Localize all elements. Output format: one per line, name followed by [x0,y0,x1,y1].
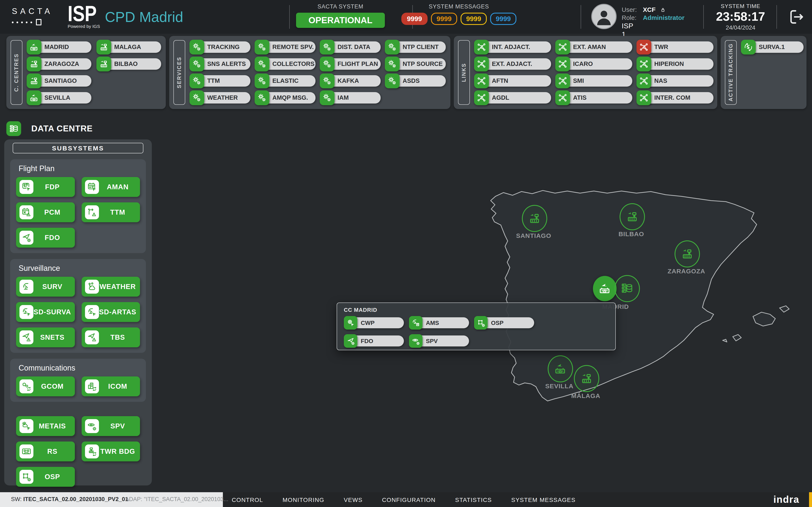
branch-cloud-icon [85,280,99,294]
chip-atis[interactable]: ATIS [555,91,633,105]
chip-cwp[interactable]: CWP [344,316,404,330]
chip-malaga[interactable]: MALAGA [96,40,162,55]
subsystem-button-fdo[interactable]: FDO [16,228,74,247]
divider [703,5,704,29]
logout-button[interactable] [788,8,806,26]
subsystem-button-weather[interactable]: WEATHER [82,277,140,297]
subsystem-button-label: WEATHER [99,283,137,291]
chip-ntp-client[interactable]: NTP CLIENT [385,40,447,55]
chip-madrid[interactable]: MADRID [27,40,92,55]
chip-label: OSP [481,317,534,328]
tower-icon [96,57,111,71]
chip-surva-1[interactable]: SURVA.1 [741,40,804,55]
subsystem-button-rs[interactable]: RS [16,442,74,461]
link-icon [474,73,489,88]
chip-iam[interactable]: IAM [320,91,382,105]
radar-pointer-icon [19,305,34,319]
link-icon [555,40,570,55]
chip-smi[interactable]: SMI [555,73,633,88]
subsystem-button-sd-artas[interactable]: SD-ARTAS [82,302,140,322]
subsystem-button-label: TBS [99,333,137,341]
menu-item-monitoring[interactable]: MONITORING [283,496,324,503]
subsystem-button-spv[interactable]: SPV [82,416,140,436]
chip-remote-spv[interactable]: REMOTE SPV. [255,40,316,55]
menu-item-statistics[interactable]: STATISTICS [455,496,492,503]
chip-flight-plan[interactable]: FLIGHT PLAN [320,57,382,71]
subsystem-button-aman[interactable]: AMAN [82,177,140,197]
map-marker-label: ZARAGOZA [657,267,716,274]
subsystem-button-metais[interactable]: METAIS [16,416,74,436]
panel-label-services: SERVICES [173,40,185,105]
subsystem-button-snets[interactable]: SNETS [16,327,74,347]
message-counter-badge[interactable]: 9999 [431,13,457,25]
message-counter-badge[interactable]: 9999 [490,13,516,25]
chip-icaro[interactable]: ICARO [555,57,633,71]
chip-asds[interactable]: ASDS [385,73,447,88]
subsystem-button-twr-bdg[interactable]: TWR BDG [82,442,140,461]
subsystem-button-tbs[interactable]: TBS [82,327,140,347]
menu-item-system-messages[interactable]: SYSTEM MESSAGES [511,496,575,503]
chip-kafka[interactable]: KAFKA [320,73,382,88]
subsystem-button-surv[interactable]: SURV [16,277,74,297]
chip-collectors[interactable]: COLLECTORS [255,57,316,71]
subsystem-button-gcom[interactable]: GCOM [16,377,74,396]
system-messages-badges: 9999999999999999 [391,13,526,25]
chip-weather[interactable]: WEATHER [190,91,251,105]
avatar[interactable] [591,4,617,29]
data-centre-icon[interactable] [6,121,21,136]
message-counter-badge[interactable]: 9999 [401,13,427,25]
message-counter-badge[interactable]: 9999 [461,13,487,25]
chip-santiago[interactable]: SANTIAGO [27,73,92,88]
operational-status-badge[interactable]: OPERATIONAL [296,13,385,28]
sacta-system-label: SACTA SYSTEM [296,3,385,10]
chip-pill: COLLECTORS [262,58,315,70]
subsystem-button-sd-surva[interactable]: SD-SURVA [16,302,74,322]
gears-icon [255,40,269,55]
chip-hiperion[interactable]: HIPERION [637,57,714,71]
chip-ext-aman[interactable]: EXT. AMAN [555,40,633,55]
chip-aftn[interactable]: AFTN [474,73,552,88]
chip-zaragoza[interactable]: ZARAGOZA [27,57,92,71]
subsystem-button-fdp[interactable]: FDP [16,177,74,197]
chip-label: ASDS [392,75,446,87]
group-buttons: GCOMICOM [16,377,140,396]
chip-ntp-source[interactable]: NTP SOURCE [385,57,447,71]
chip-int-adjact[interactable]: INT. ADJACT. [474,40,552,55]
chip-sevilla[interactable]: SEVILLA [27,91,92,105]
chip-fdo[interactable]: FDO [344,334,404,348]
chip-nas[interactable]: NAS [637,73,714,88]
subsystem-button-label: FDP [34,183,71,191]
menu-item-control[interactable]: CONTROL [232,496,263,503]
chip-bilbao[interactable]: BILBAO [96,57,162,71]
group-buttons: FDPAMANPCMTTMFDO [16,177,140,247]
chip-dist-data[interactable]: DIST. DATA [320,40,382,55]
menu-item-configuration[interactable]: CONFIGURATION [382,496,436,503]
subsystem-button-osp[interactable]: OSP [16,467,74,487]
chip-spv[interactable]: SPV [409,334,469,348]
panel-label-links: LINKS [458,40,470,105]
hex-sync-icon [19,379,34,393]
chip-pill: NTP SOURCE [392,58,446,70]
subsystem-button-icom[interactable]: ICOM [82,377,140,396]
chip-elastic[interactable]: ELASTIC [255,73,316,88]
subsystem-button-ttm[interactable]: TTM [82,203,140,222]
chip-sns-alerts[interactable]: SNS ALERTS [190,57,251,71]
chip-osp[interactable]: OSP [474,316,534,330]
branch-pointer-icon [19,180,34,194]
footer-bar: SW: ITEC_SACTA_02.00_20201030_PV2_01 ADA… [0,492,812,507]
calendar-alert-icon [19,205,34,219]
frame-gear-icon [19,470,34,484]
chip-ext-adjact[interactable]: EXT. ADJACT. [474,57,552,71]
centre-icon [27,91,42,105]
chip-label: TRACKING [197,41,250,53]
subsystem-button-pcm[interactable]: PCM [16,203,74,222]
menu-item-vews[interactable]: VEWS [344,496,363,503]
tower-icon [27,57,42,71]
chip-ttm[interactable]: TTM [190,73,251,88]
chip-tracking[interactable]: TRACKING [190,40,251,55]
chip-amqp-msg[interactable]: AMQP MSG. [255,91,316,105]
chip-twr[interactable]: TWR [637,40,714,55]
chip-agdl[interactable]: AGDL [474,91,552,105]
chip-inter-com[interactable]: INTER. COM [637,91,714,105]
chip-ams[interactable]: AMS [409,316,469,330]
